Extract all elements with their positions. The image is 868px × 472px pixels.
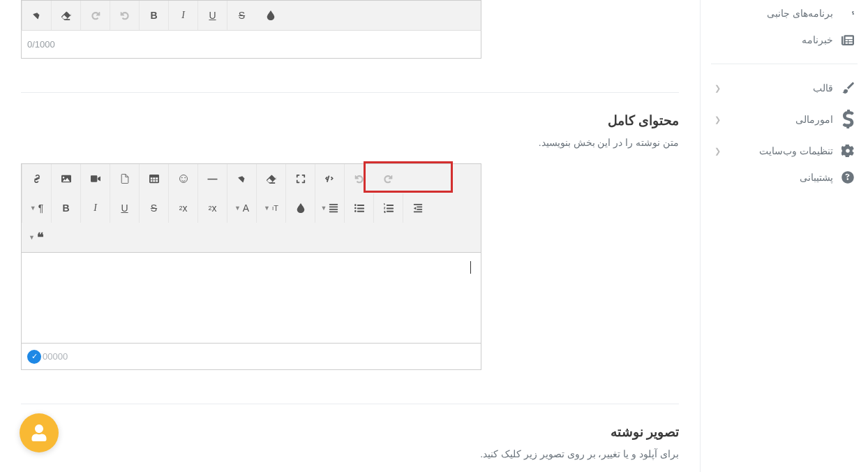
link-icon[interactable] [22, 164, 51, 193]
sidebar-item-newsletter[interactable]: خبرنامه [711, 27, 858, 53]
editor-body[interactable] [21, 253, 481, 344]
chevron-left-icon: ❮ [714, 115, 721, 124]
label: تنظیمات وب‌سایت [759, 145, 833, 156]
align-icon[interactable]: ▼ [315, 193, 344, 223]
table-icon[interactable] [139, 164, 168, 193]
editor-excerpt: B I U S 0/1000 [21, 0, 481, 59]
font-size-icon[interactable]: TI▼ [256, 193, 285, 223]
char-counter: 00000 [43, 351, 68, 362]
text-cursor [470, 261, 471, 274]
editor-body[interactable]: 0/1000 [21, 31, 481, 59]
color-icon[interactable] [285, 193, 315, 223]
bold-icon[interactable]: B [51, 193, 80, 223]
hr-icon[interactable]: — [197, 164, 227, 193]
section-title-image: تصویر نوشته [21, 424, 679, 440]
main-content: B I U S 0/1000 محتوای کامل متن نوشته را … [0, 0, 701, 472]
chevron-left-icon: ❮ [714, 147, 721, 156]
image-icon[interactable] [51, 164, 80, 193]
question-icon [841, 171, 854, 184]
label: پشتیبانی [800, 172, 833, 183]
support-fab[interactable] [20, 413, 59, 452]
bold-icon[interactable]: B [139, 1, 168, 30]
svg-point-2 [184, 177, 185, 178]
eraser-icon[interactable] [256, 164, 285, 193]
sidebar-item-theme[interactable]: قالب ❮ [711, 75, 858, 101]
brush-icon [841, 82, 854, 94]
label: خبرنامه [802, 34, 833, 45]
superscript-icon[interactable]: x2 [197, 193, 227, 223]
label: برنامه‌های جانبی [767, 8, 833, 19]
section-title-content: محتوای کامل [21, 112, 679, 128]
underline-icon[interactable]: U [197, 1, 227, 30]
outdent-icon[interactable] [403, 193, 432, 223]
toolbar-full: — ¶▼ B I U S x2 x2 A▼ TI▼ [21, 163, 481, 253]
cursor-icon[interactable] [227, 164, 256, 193]
sidebar: برنامه‌های جانبی خبرنامه قالب ❮ امورمالی… [701, 0, 868, 472]
quote-icon[interactable]: ❝▼ [22, 223, 51, 252]
subscript-icon[interactable]: x2 [168, 193, 197, 223]
paragraph-icon[interactable]: ¶▼ [22, 193, 51, 223]
cursor-icon[interactable] [22, 1, 51, 30]
chevron-left-icon: ❮ [714, 84, 721, 93]
char-counter: 0/1000 [27, 39, 55, 50]
sidebar-item-plugins[interactable]: برنامه‌های جانبی [711, 0, 858, 27]
divider [21, 404, 679, 404]
underline-icon[interactable]: U [110, 193, 139, 223]
undo-icon[interactable] [110, 1, 139, 30]
undo-icon[interactable] [344, 164, 373, 193]
label: امورمالی [795, 114, 833, 125]
color-icon[interactable] [256, 1, 285, 30]
code-icon[interactable] [315, 164, 344, 193]
divider [711, 64, 858, 64]
redo-icon[interactable] [373, 164, 403, 193]
sidebar-item-support[interactable]: پشتیبانی [711, 164, 858, 191]
font-family-icon[interactable]: A▼ [227, 193, 256, 223]
section-subtitle-content: متن نوشته را در این بخش بنویسید. [21, 137, 679, 148]
editor-full: — ¶▼ B I U S x2 x2 A▼ TI▼ [21, 163, 481, 370]
strikethrough-icon[interactable]: S [139, 193, 168, 223]
redo-icon[interactable] [80, 1, 110, 30]
newspaper-icon [841, 34, 854, 46]
ordered-list-icon[interactable] [373, 193, 403, 223]
italic-icon[interactable]: I [80, 193, 110, 223]
section-subtitle-image: برای آپلود و یا تغییر، بر روی تصویر زیر … [21, 448, 679, 459]
unordered-list-icon[interactable] [344, 193, 373, 223]
file-icon[interactable] [110, 164, 139, 193]
label: قالب [813, 82, 833, 94]
emoji-icon[interactable] [168, 164, 197, 193]
check-icon: ✓ [27, 350, 41, 364]
plug-icon [841, 7, 854, 20]
italic-icon[interactable]: I [168, 1, 197, 30]
svg-point-1 [181, 177, 182, 178]
gear-icon [841, 145, 854, 157]
strikethrough-icon[interactable]: S [227, 1, 256, 30]
sidebar-item-finance[interactable]: امورمالی ❮ [711, 101, 858, 138]
eraser-icon[interactable] [51, 1, 80, 30]
video-icon[interactable] [80, 164, 110, 193]
editor-footer: ✓ 00000 [21, 344, 481, 370]
toolbar-small: B I U S [21, 0, 481, 31]
divider [21, 92, 679, 93]
fullscreen-icon[interactable] [285, 164, 315, 193]
dollar-icon [841, 108, 854, 131]
sidebar-item-settings[interactable]: تنظیمات وب‌سایت ❮ [711, 138, 858, 164]
